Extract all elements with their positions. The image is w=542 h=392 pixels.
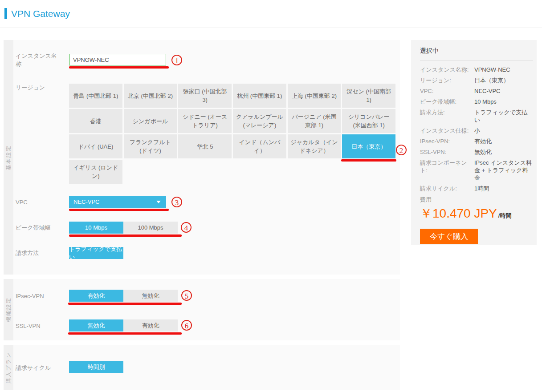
summary-row-label: リージョン: bbox=[420, 77, 474, 84]
region-cell[interactable]: ジャカルタ（インドネシア） bbox=[288, 134, 341, 158]
region-cell[interactable]: バージニア (米国東部 1) bbox=[288, 109, 341, 133]
header-divider bbox=[0, 28, 542, 28]
annotation-underline-5 bbox=[68, 303, 182, 305]
price-unit: JPY bbox=[474, 206, 497, 220]
annotation-underline-3 bbox=[69, 209, 169, 211]
summary-row-label: VPC: bbox=[420, 87, 474, 95]
summary-row-label: インスタンス仕様: bbox=[420, 127, 474, 134]
region-cell[interactable]: 北京 (中国北部 2) bbox=[124, 84, 177, 108]
annotation-underline-4 bbox=[69, 234, 182, 237]
instance-name-input[interactable] bbox=[69, 54, 166, 65]
summary-row-value: 10 Mbps bbox=[474, 98, 533, 105]
section-purchase-plan: 購入プラン 請求サイクル 時間別 bbox=[4, 345, 400, 390]
title-accent-bar bbox=[4, 8, 7, 19]
summary-row-instance-spec: インスタンス仕様: 小 bbox=[420, 127, 533, 134]
chevron-down-icon bbox=[156, 201, 161, 203]
section-features-label: 機能設定 bbox=[5, 297, 12, 322]
ssl-enable-option[interactable]: 有効化 bbox=[123, 319, 178, 331]
price-per-unit: /時間 bbox=[498, 212, 512, 219]
region-cell[interactable]: 杭州 (中国東部 1) bbox=[233, 84, 286, 108]
price-currency: ￥ bbox=[420, 206, 432, 220]
bandwidth-option-100mbps[interactable]: 100 Mbps bbox=[123, 222, 178, 234]
annotation-circle-3: 3 bbox=[171, 197, 182, 207]
summary-row-value: NEC-VPC bbox=[474, 87, 533, 95]
summary-row-label: SSL-VPN: bbox=[420, 148, 474, 156]
annotation-circle-4: 4 bbox=[181, 222, 192, 233]
summary-title: 選択中 bbox=[420, 47, 533, 55]
summary-row-bandwidth: ピーク帯域幅: 10 Mbps bbox=[420, 98, 533, 105]
summary-row-label: 請求コンポーネント: bbox=[420, 159, 474, 182]
page-title: VPN Gateway bbox=[11, 8, 70, 19]
region-grid: 青島 (中国北部 1) 北京 (中国北部 2) 張家口 (中国北部 3) 杭州 … bbox=[69, 84, 395, 184]
section-basic-label: 基本設定 bbox=[5, 145, 12, 170]
annotation-circle-6: 6 bbox=[181, 320, 192, 331]
summary-row-value: IPsec インスタンス料金 + トラフィック料金 bbox=[474, 159, 533, 182]
region-cell[interactable]: フランクフルト (ドイツ) bbox=[124, 134, 177, 158]
billing-method-option[interactable]: トラフィックで支払い bbox=[69, 247, 123, 259]
region-cell[interactable]: 华北 5 bbox=[178, 134, 232, 158]
vpc-dropdown-value: NEC-VPC bbox=[73, 198, 100, 205]
region-cell[interactable]: インド（ムンバイ） bbox=[233, 134, 286, 158]
summary-row-region: リージョン: 日本（東京） bbox=[420, 77, 533, 84]
region-cell[interactable]: シンガポール bbox=[124, 109, 177, 133]
region-cell-selected[interactable]: 日本（東京） bbox=[342, 134, 395, 158]
section-basic-settings: 基本設定 インスタンス名称 1 リージョン 青島 (中国北部 1) 北京 (中国… bbox=[4, 40, 400, 275]
summary-divider bbox=[420, 61, 533, 61]
annotation-underline-2 bbox=[341, 159, 396, 162]
summary-row-billing-method: 請求方法: トラフィックで支払い bbox=[420, 109, 533, 124]
ssl-vpn-toggle: 無効化 有効化 bbox=[69, 319, 178, 331]
price: ￥10.470 JPY/時間 bbox=[420, 205, 533, 222]
ssl-disable-option[interactable]: 無効化 bbox=[69, 319, 123, 331]
summary-row-value: 無効化 bbox=[474, 148, 533, 156]
page-header: VPN Gateway bbox=[4, 8, 70, 19]
billing-method-label: 請求方法 bbox=[16, 249, 39, 257]
region-cell[interactable]: 張家口 (中国北部 3) bbox=[178, 84, 232, 108]
section-features-strip: 機能設定 bbox=[4, 279, 13, 340]
cost-label: 費用 bbox=[420, 196, 533, 204]
ipsec-enable-option[interactable]: 有効化 bbox=[69, 290, 123, 302]
region-cell[interactable]: 上海 (中国東部 2) bbox=[288, 84, 341, 108]
summary-row-value: トラフィックで支払い bbox=[474, 109, 533, 124]
summary-row-instance-name: インスタンス名称: VPNGW-NEC bbox=[420, 66, 533, 73]
region-cell[interactable]: 青島 (中国北部 1) bbox=[69, 84, 122, 108]
ipsec-vpn-toggle: 有効化 無効化 bbox=[69, 290, 178, 302]
billing-cycle-option[interactable]: 時間別 bbox=[69, 361, 123, 373]
annotation-circle-2: 2 bbox=[396, 145, 407, 155]
ipsec-disable-option[interactable]: 無効化 bbox=[123, 290, 178, 302]
vpc-dropdown[interactable]: NEC-VPC bbox=[69, 196, 166, 208]
summary-row-value: 日本（東京） bbox=[474, 77, 533, 84]
section-plan-strip: 購入プラン bbox=[4, 345, 13, 390]
region-cell[interactable]: 香港 bbox=[69, 109, 122, 133]
annotation-circle-5: 5 bbox=[181, 290, 192, 301]
ssl-vpn-label: SSL-VPN bbox=[16, 322, 41, 330]
order-summary-panel: 選択中 インスタンス名称: VPNGW-NEC リージョン: 日本（東京） VP… bbox=[411, 40, 537, 245]
summary-row-billing-component: 請求コンポーネント: IPsec インスタンス料金 + トラフィック料金 bbox=[420, 159, 533, 182]
summary-row-value: VPNGW-NEC bbox=[474, 66, 533, 73]
region-cell[interactable]: シリコンバレー (米国西部 1) bbox=[342, 109, 395, 133]
summary-row-label: インスタンス名称: bbox=[420, 66, 474, 73]
region-cell[interactable]: 深セン (中国南部 1) bbox=[342, 84, 395, 108]
summary-row-ipsec: IPsec-VPN: 有効化 bbox=[420, 137, 533, 145]
ipsec-vpn-label: IPsec-VPN bbox=[16, 292, 44, 300]
summary-row-label: IPsec-VPN: bbox=[420, 137, 474, 145]
summary-row-billing-cycle: 請求サイクル: 1時間 bbox=[420, 185, 533, 192]
annotation-underline-1 bbox=[69, 66, 169, 69]
billing-cycle-label: 請求サイクル bbox=[16, 364, 51, 372]
summary-row-value: 1時間 bbox=[474, 185, 533, 192]
section-plan-label: 購入プラン bbox=[5, 352, 12, 383]
buy-now-button[interactable]: 今すぐ購入 bbox=[420, 229, 478, 244]
instance-name-label: インスタンス名称 bbox=[16, 52, 60, 68]
summary-row-vpc: VPC: NEC-VPC bbox=[420, 87, 533, 95]
section-basic-strip: 基本設定 bbox=[4, 40, 13, 275]
region-cell[interactable]: クアラルンプール (マレーシア) bbox=[233, 109, 286, 133]
region-cell[interactable]: ドバイ (UAE) bbox=[69, 134, 122, 158]
bandwidth-label: ピーク帯域幅 bbox=[16, 224, 51, 232]
summary-row-ssl: SSL-VPN: 無効化 bbox=[420, 148, 533, 156]
region-cell[interactable]: シドニー (オーストラリア) bbox=[178, 109, 232, 133]
bandwidth-toggle: 10 Mbps 100 Mbps bbox=[69, 222, 178, 234]
section-feature-settings: 機能設定 IPsec-VPN 有効化 無効化 5 SSL-VPN 無効化 有効化… bbox=[4, 279, 400, 340]
region-cell[interactable]: イギリス (ロンドン) bbox=[69, 160, 122, 184]
annotation-underline-6 bbox=[68, 332, 182, 335]
vpc-label: VPC bbox=[16, 198, 28, 206]
bandwidth-option-10mbps[interactable]: 10 Mbps bbox=[69, 222, 123, 234]
